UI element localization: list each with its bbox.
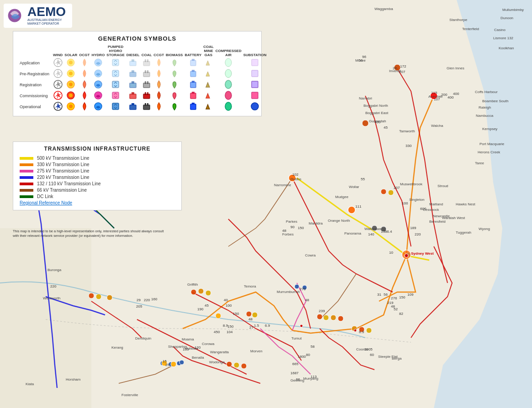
- pumped-application: [111, 58, 120, 67]
- svg-point-208: [69, 72, 73, 75]
- svg-point-23: [205, 290, 211, 296]
- svg-text:Coffs Harbour: Coffs Harbour: [475, 90, 498, 94]
- svg-text:Panorama: Panorama: [344, 231, 361, 235]
- svg-text:Tenterfield: Tenterfield: [462, 27, 479, 31]
- svg-text:Dubbo: Dubbo: [290, 177, 301, 181]
- svg-point-36: [96, 294, 101, 299]
- svg-text:270: 270: [300, 287, 306, 291]
- svg-text:Sydney West: Sydney West: [411, 251, 434, 256]
- trans-line-275: [20, 170, 33, 173]
- trans-legend: TRANSMISSION INFRASTRUCTURE 500 kV Trans…: [13, 141, 182, 210]
- svg-point-21: [191, 289, 196, 295]
- row-label-registration: Registration: [19, 79, 52, 90]
- diesel-application: [128, 58, 137, 67]
- svg-text:Wyong: Wyong: [479, 227, 490, 231]
- svg-text:Griffith: Griffith: [187, 282, 198, 287]
- aemo-logo-icon: [7, 6, 26, 25]
- svg-point-250: [69, 105, 73, 108]
- col-wind: WIND: [52, 45, 63, 58]
- coal-application: [142, 58, 151, 67]
- col-battery: BATTERY: [184, 45, 202, 58]
- trans-item-275: 275 kV Transmission Line: [20, 168, 175, 173]
- svg-point-204: [225, 58, 232, 67]
- col-diesel: DIESEL: [126, 45, 141, 58]
- svg-text:6.9: 6.9: [265, 324, 270, 328]
- svg-text:Inverell: Inverell: [389, 69, 401, 73]
- svg-text:Morven: Morven: [250, 349, 263, 353]
- trans-item-500: 500 kV Transmission Line: [20, 156, 175, 161]
- svg-rect-244: [190, 93, 196, 99]
- svg-text:Moama: Moama: [182, 337, 194, 341]
- svg-text:220: 220: [50, 284, 57, 288]
- trans-label-500: 500 kV Transmission Line: [37, 156, 90, 161]
- ocgt-application: [80, 58, 89, 67]
- svg-text:Forbes: Forbes: [282, 232, 294, 236]
- svg-rect-258: [190, 104, 196, 110]
- svg-rect-247: [252, 92, 258, 99]
- svg-text:Kerang: Kerang: [111, 345, 123, 350]
- svg-text:450: 450: [214, 330, 220, 334]
- svg-rect-199: [143, 61, 150, 66]
- svg-text:220: 220: [415, 232, 421, 236]
- trans-line-dc: [20, 195, 33, 198]
- svg-text:Lismore 132: Lismore 132: [493, 36, 514, 40]
- row-label-commissioning: Commissioning: [19, 90, 52, 101]
- svg-text:140: 140: [368, 232, 374, 236]
- svg-text:40: 40: [224, 298, 228, 302]
- trans-label-132: 132 / 110 kV Transmission Line: [37, 181, 101, 186]
- row-application: Application: [19, 58, 268, 68]
- svg-rect-228: [145, 81, 146, 84]
- svg-text:Casino: Casino: [494, 28, 506, 32]
- svg-text:Stanthorpe: Stanthorpe: [449, 18, 468, 22]
- svg-text:207: 207: [394, 186, 400, 190]
- svg-text:Horsham: Horsham: [66, 377, 81, 382]
- svg-text:150: 150: [227, 324, 234, 329]
- svg-text:Wallerawang: Wallerawang: [364, 227, 385, 231]
- svg-text:Armidale: Armidale: [428, 94, 443, 99]
- svg-rect-253: [130, 105, 136, 110]
- svg-point-35: [89, 293, 94, 298]
- svg-text:Singleton: Singleton: [409, 198, 424, 202]
- svg-text:Parkes: Parkes: [286, 220, 297, 224]
- svg-text:150: 150: [298, 226, 304, 230]
- trans-item-220: 220 kV Transmission Line: [20, 175, 175, 180]
- svg-rect-217: [192, 70, 195, 72]
- svg-point-32: [366, 328, 372, 333]
- biomass-application: [170, 58, 179, 67]
- svg-text:400: 400: [448, 95, 454, 99]
- svg-point-39: [234, 362, 239, 368]
- ccgt-application: [154, 58, 163, 67]
- svg-rect-256: [145, 103, 146, 106]
- row-label-operational: Operational: [19, 101, 52, 112]
- substation-application: [250, 58, 259, 67]
- svg-point-232: [225, 80, 232, 89]
- row-preregistration: Pre-Registration: [19, 68, 268, 79]
- svg-text:Taree: Taree: [475, 161, 485, 165]
- svg-text:10: 10: [389, 251, 393, 255]
- regional-reference-node-link[interactable]: Regional Reference Node: [20, 200, 175, 205]
- svg-rect-201: [147, 59, 148, 62]
- svg-text:60: 60: [370, 353, 374, 357]
- col-hydro: HYDRO: [90, 45, 105, 58]
- svg-rect-211: [130, 72, 136, 77]
- svg-text:Berga: Berga: [392, 356, 402, 361]
- trans-label-dc: DC Link: [37, 194, 53, 199]
- svg-rect-216: [190, 71, 196, 77]
- svg-text:90: 90: [290, 225, 295, 229]
- trans-legend-title: TRANSMISSION INFRASTRUCTURE: [20, 146, 175, 152]
- col-pumped: PUMPEDHYDROSTORAGE: [105, 45, 125, 58]
- trans-label-220: 220 kV Transmission Line: [37, 175, 90, 180]
- trans-label-66: 66 kV Transmission Line: [37, 188, 87, 193]
- svg-text:100: 100: [226, 303, 232, 308]
- svg-rect-233: [252, 81, 258, 88]
- solar-application: [66, 58, 75, 67]
- svg-rect-241: [143, 94, 150, 99]
- svg-text:Mulwala: Mulwala: [184, 346, 198, 350]
- svg-text:276: 276: [391, 296, 397, 300]
- svg-rect-226: [132, 81, 134, 84]
- svg-text:Murrumburrah: Murrumburrah: [277, 290, 300, 294]
- svg-text:Tamworth: Tamworth: [399, 129, 415, 133]
- trans-line-132: [20, 183, 33, 185]
- col-coal-mine: COAL MINEGAS: [202, 45, 215, 58]
- svg-text:Dunoon: Dunoon: [500, 16, 513, 20]
